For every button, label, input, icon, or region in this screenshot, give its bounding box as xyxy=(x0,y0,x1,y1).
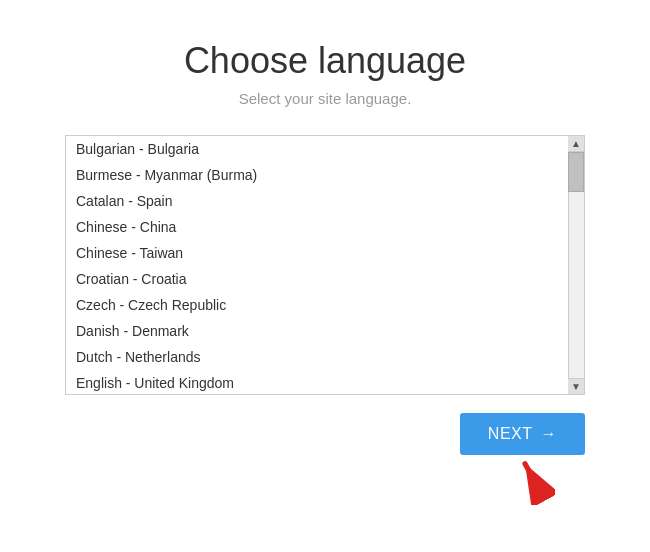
scrollbar-thumb[interactable] xyxy=(568,152,584,192)
scrollbar-track: ▲ ▼ xyxy=(568,136,584,394)
language-item[interactable]: Czech - Czech Republic xyxy=(66,292,568,318)
annotation-arrow xyxy=(495,445,555,505)
language-item[interactable]: Bulgarian - Bulgaria xyxy=(66,136,568,162)
page-subtitle: Select your site language. xyxy=(239,90,412,107)
language-list: Bulgarian - BulgariaBurmese - Myanmar (B… xyxy=(66,136,568,395)
language-item[interactable]: Chinese - China xyxy=(66,214,568,240)
language-item[interactable]: Danish - Denmark xyxy=(66,318,568,344)
language-list-container: Bulgarian - BulgariaBurmese - Myanmar (B… xyxy=(65,135,585,395)
page-title: Choose language xyxy=(184,40,466,82)
scrollbar-arrow-down[interactable]: ▼ xyxy=(568,378,584,394)
language-item[interactable]: Chinese - Taiwan xyxy=(66,240,568,266)
language-item[interactable]: Dutch - Netherlands xyxy=(66,344,568,370)
next-button-arrow: → xyxy=(541,425,558,443)
language-item[interactable]: Croatian - Croatia xyxy=(66,266,568,292)
language-item[interactable]: Catalan - Spain xyxy=(66,188,568,214)
language-item[interactable]: Burmese - Myanmar (Burma) xyxy=(66,162,568,188)
language-item[interactable]: English - United Kingdom xyxy=(66,370,568,395)
svg-line-1 xyxy=(525,464,544,498)
next-button-label: NEXT xyxy=(488,425,533,443)
scrollbar-arrow-up[interactable]: ▲ xyxy=(568,136,584,152)
button-row: NEXT → xyxy=(65,413,585,455)
